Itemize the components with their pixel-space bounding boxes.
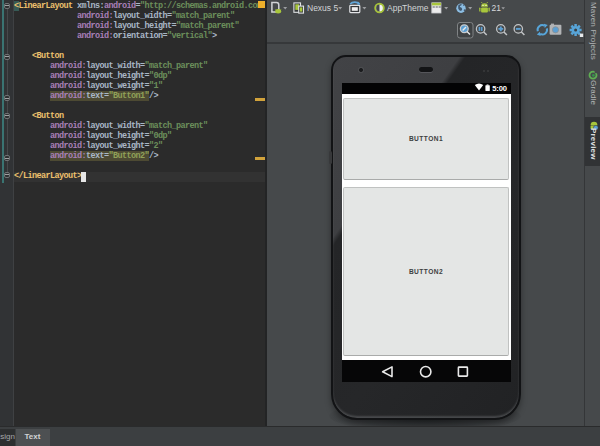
svg-text:5:00: 5:00 bbox=[492, 84, 506, 93]
svg-text:Nexus 5: Nexus 5 bbox=[307, 3, 338, 13]
svg-text:21: 21 bbox=[492, 3, 502, 13]
svg-text:AppTheme: AppTheme bbox=[387, 3, 429, 13]
